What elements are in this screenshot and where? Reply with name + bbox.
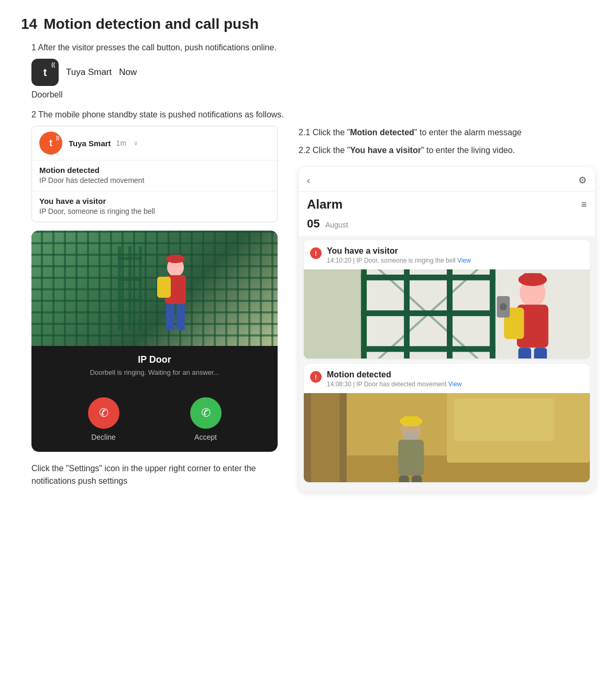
call-image (31, 231, 278, 346)
visitor-notif-desc: IP Door, someone is ringing the bell (39, 207, 270, 215)
alarm-month: August (325, 221, 348, 229)
right-column: 2.1 Click the "Motion detected" to enter… (299, 126, 595, 492)
decline-button[interactable]: ✆ (88, 397, 119, 429)
tuya-orange-letter: t (49, 138, 52, 149)
notif-meta: Tuya Smart 1m ∨ (69, 139, 138, 148)
accept-icon: ✆ (201, 406, 211, 420)
visitor-alarm-content: You have a visitor 14:10:20 | IP Door, s… (327, 246, 471, 265)
accept-label: Accept (194, 433, 217, 441)
back-button[interactable]: ‹ (307, 175, 310, 186)
call-screen: IP Door Doorbell is ringing. Waiting for… (31, 231, 278, 452)
svg-rect-9 (177, 304, 185, 330)
visitor-alarm-time: 14:10:20 | IP Door, someone is ringing t… (327, 257, 471, 264)
notif-brand: Tuya Smart (69, 139, 111, 148)
svg-rect-29 (519, 348, 532, 359)
notification-card: t )) Tuya Smart 1m ∨ Motion detected IP … (31, 126, 278, 222)
step1-time: Now (119, 67, 137, 78)
settings-button[interactable]: ⚙ (578, 175, 587, 186)
step1-notif-row: t (( Tuya Smart Now (31, 59, 595, 86)
svg-rect-48 (404, 433, 418, 440)
step1-notif-sub: Doorbell (31, 90, 595, 100)
left-column: t )) Tuya Smart 1m ∨ Motion detected IP … (21, 126, 278, 492)
motion-alarm-content: Motion detected 14:08:30 | IP Door has d… (327, 370, 462, 389)
decline-btn-group[interactable]: ✆ Decline (88, 397, 119, 441)
alert-symbol: ! (315, 249, 317, 257)
page-title: 14 Motion detection and call push (21, 16, 595, 32)
motion-alarm-title: Motion detected (327, 370, 462, 379)
motion-alert-symbol: ! (315, 373, 317, 381)
decline-label: Decline (91, 433, 116, 441)
visitor-alarm-title: You have a visitor (327, 246, 471, 256)
visitor-bold: You have a visitor (350, 146, 421, 155)
step1-app-name: Tuya Smart (66, 67, 112, 78)
instruction-22: 2.2 Click the "You have a visitor" to en… (299, 144, 595, 157)
svg-rect-4 (118, 278, 142, 281)
tuya-orange-icon: t )) (39, 132, 62, 155)
settings-note: Click the "Settings" icon in the upper r… (31, 462, 278, 487)
accept-button[interactable]: ✆ (190, 397, 222, 429)
call-device-status: Doorbell is ringing. Waiting for an answ… (40, 368, 269, 376)
motion-scene-svg (304, 393, 590, 482)
instruction-block: 2.1 Click the "Motion detected" to enter… (299, 126, 595, 157)
motion-notif-desc: IP Door has detected movement (39, 176, 270, 184)
motion-alert-icon: ! (310, 371, 322, 383)
title-text: Motion detection and call push (43, 16, 259, 32)
motion-notif-body[interactable]: Motion detected IP Door has detected mov… (32, 160, 277, 191)
visitor-alarm-image (304, 269, 590, 359)
notif-time: 1m (116, 139, 126, 147)
signal-arc-icon: )) (56, 135, 59, 140)
chevron-icon: ∨ (134, 139, 138, 147)
motion-alarm-image (304, 393, 590, 482)
svg-rect-43 (398, 440, 424, 475)
svg-rect-45 (412, 476, 422, 483)
signal-icon: (( (51, 62, 55, 68)
svg-rect-47 (402, 416, 420, 426)
visitor-alert-icon: ! (310, 247, 322, 259)
step2-text: 2 The mobile phone standby state is push… (31, 110, 595, 120)
step1-text: 1 After the visitor presses the call but… (31, 43, 595, 52)
svg-rect-5 (118, 299, 142, 302)
motion-alarm-time: 14:08:30 | IP Door has detected movement… (327, 381, 462, 388)
svg-rect-12 (169, 255, 182, 262)
decline-icon: ✆ (99, 406, 108, 420)
alarm-title-row: ≡ Alarm (299, 192, 595, 215)
visitor-alarm-header: ! You have a visitor 14:10:20 | IP Door,… (304, 240, 590, 269)
motion-notif-title: Motion detected (39, 166, 270, 175)
visitor-notif-body[interactable]: You have a visitor IP Door, someone is r… (32, 191, 277, 222)
phone-header: ‹ ⚙ (299, 167, 595, 192)
call-device-name: IP Door (40, 354, 269, 365)
svg-rect-41 (311, 393, 340, 482)
svg-rect-3 (118, 257, 142, 260)
visitor-illustration (107, 236, 202, 341)
svg-rect-8 (166, 304, 174, 330)
alarm-day: 05 (307, 217, 320, 230)
notif-card-header: t )) Tuya Smart 1m ∨ (32, 126, 277, 160)
alarm-title-text: Alarm (307, 197, 343, 211)
motion-alarm-item[interactable]: ! Motion detected 14:08:30 | IP Door has… (304, 364, 590, 482)
tuya-letter: t (43, 67, 47, 79)
tuya-dark-icon: t (( (31, 59, 59, 86)
svg-rect-33 (523, 273, 543, 285)
alarm-items-list: ! You have a visitor 14:10:20 | IP Door,… (299, 236, 595, 492)
motion-view-link[interactable]: View (448, 381, 462, 388)
instruction-21: 2.1 Click the "Motion detected" to enter… (299, 126, 595, 139)
svg-rect-21 (361, 346, 496, 352)
call-image-overlay (31, 231, 278, 346)
alarm-date-row: 05 August (299, 215, 595, 236)
svg-rect-10 (157, 277, 171, 298)
section-number: 14 (21, 16, 37, 32)
visitor-scene-svg (304, 269, 590, 359)
call-buttons: ✆ Decline ✆ Accept (31, 397, 278, 452)
visitor-view-link[interactable]: View (457, 257, 471, 264)
accept-btn-group[interactable]: ✆ Accept (190, 397, 222, 441)
motion-detected-bold: Motion detected (350, 128, 414, 137)
svg-point-35 (500, 303, 507, 311)
motion-image-bg (304, 393, 590, 482)
svg-rect-39 (454, 398, 554, 441)
alarm-menu-icon[interactable]: ≡ (581, 199, 587, 210)
motion-alarm-header: ! Motion detected 14:08:30 | IP Door has… (304, 364, 590, 393)
main-layout: t )) Tuya Smart 1m ∨ Motion detected IP … (21, 126, 595, 492)
visitor-alarm-item[interactable]: ! You have a visitor 14:10:20 | IP Door,… (304, 240, 590, 359)
svg-rect-19 (361, 275, 496, 280)
svg-rect-44 (399, 476, 409, 483)
